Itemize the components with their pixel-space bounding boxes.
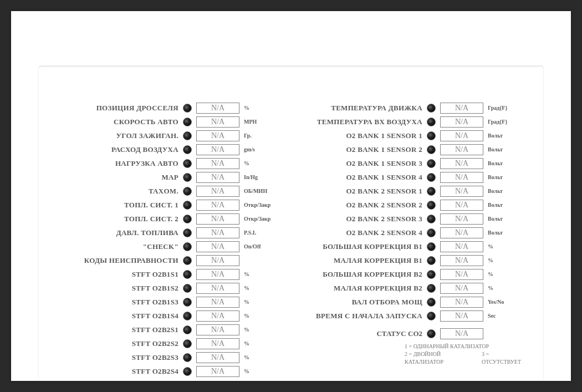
indicator-icon[interactable] xyxy=(183,353,192,362)
left-row: ТОПЛ. СИСТ. 2N/AОткр/Закр xyxy=(61,212,277,226)
right-row: O2 BANK 2 SENSOR 2N/AВольт xyxy=(305,198,521,212)
indicator-icon[interactable] xyxy=(183,228,192,237)
indicator-icon[interactable] xyxy=(183,118,192,126)
param-value: N/A xyxy=(196,241,239,252)
param-value: N/A xyxy=(440,130,483,141)
param-label: ВРЕМЯ С НАЧАЛА ЗАПУСКА xyxy=(305,312,422,320)
indicator-icon[interactable] xyxy=(183,270,192,279)
legend-item: 2 = ДВОЙНОЙ КАТАЛИЗАТОР xyxy=(405,350,465,366)
param-unit: Вольт xyxy=(488,174,521,180)
param-unit: Вольт xyxy=(488,230,521,236)
param-value: N/A xyxy=(196,255,239,266)
indicator-icon[interactable] xyxy=(183,145,192,154)
param-label: МАЛАЯ КОРРЕКЦИЯ B2 xyxy=(305,284,422,293)
param-value: N/A xyxy=(196,116,239,128)
left-row: ТОПЛ. СИСТ. 1N/AОткр/Закр xyxy=(61,198,277,212)
indicator-icon[interactable] xyxy=(183,159,192,168)
indicator-icon[interactable] xyxy=(427,270,436,279)
indicator-icon[interactable] xyxy=(427,298,436,307)
param-label: ТОПЛ. СИСТ. 1 xyxy=(61,201,178,210)
indicator-icon[interactable] xyxy=(183,201,192,210)
right-row: O2 BANK 1 SENSOR 2N/AВольт xyxy=(305,142,521,156)
indicator-icon[interactable] xyxy=(427,201,436,210)
param-value: N/A xyxy=(196,130,239,141)
param-value: N/A xyxy=(196,324,239,335)
indicator-icon[interactable] xyxy=(427,118,436,126)
param-value: N/A xyxy=(196,366,239,377)
param-value: N/A xyxy=(196,338,239,349)
param-unit: Вольт xyxy=(488,160,521,166)
param-unit: % xyxy=(244,327,277,333)
right-row: O2 BANK 2 SENSOR 4N/AВольт xyxy=(305,226,521,240)
co2-status-row: СТАТУС CO2N/A xyxy=(305,328,521,339)
param-label: TAXOM. xyxy=(61,187,178,196)
param-value: N/A xyxy=(440,297,483,308)
right-row: ВРЕМЯ С НАЧАЛА ЗАПУСКАN/ASec xyxy=(305,309,521,323)
indicator-icon[interactable] xyxy=(183,173,192,182)
param-unit: On/Off xyxy=(244,243,277,250)
param-value: N/A xyxy=(196,283,239,294)
param-value: N/A xyxy=(196,269,239,280)
indicator-icon[interactable] xyxy=(427,215,436,223)
indicator-icon[interactable] xyxy=(427,242,436,251)
indicator-icon[interactable] xyxy=(183,104,192,113)
param-label: БОЛЬШАЯ КОРРЕКЦИЯ B1 xyxy=(305,242,422,251)
param-unit: MPH xyxy=(244,119,277,125)
indicator-icon[interactable] xyxy=(183,256,192,265)
param-label: ДАВЛ. ТОПЛИВА xyxy=(61,228,178,237)
left-row: STFT O2B1S1N/A% xyxy=(61,267,277,281)
indicator-icon[interactable] xyxy=(427,256,436,265)
indicator-icon[interactable] xyxy=(183,284,192,293)
param-label: БОЛЬШАЯ КОРРЕКЦИЯ B2 xyxy=(305,270,422,279)
param-label: STFT O2B1S4 xyxy=(61,312,178,320)
param-label: ТОПЛ. СИСТ. 2 xyxy=(61,215,178,223)
indicator-icon[interactable] xyxy=(183,325,192,334)
indicator-icon[interactable] xyxy=(427,329,436,338)
param-value: N/A xyxy=(440,158,483,169)
indicator-icon[interactable] xyxy=(427,104,436,113)
indicator-icon[interactable] xyxy=(427,312,436,320)
indicator-icon[interactable] xyxy=(183,312,192,320)
indicator-icon[interactable] xyxy=(427,173,436,182)
param-label: ТЕМПЕРАТУРА BX ВОЗДУХА xyxy=(305,118,422,126)
param-unit: Вольт xyxy=(488,133,521,139)
param-unit: % xyxy=(244,313,277,319)
param-unit: In/Hg xyxy=(244,174,277,180)
left-row: STFT O2B2S3N/A% xyxy=(61,350,277,364)
right-row: O2 BANK 1 SENSOR 4N/AВольт xyxy=(305,170,521,184)
param-value: N/A xyxy=(196,352,239,363)
indicator-icon[interactable] xyxy=(427,159,436,168)
indicator-icon[interactable] xyxy=(183,298,192,307)
indicator-icon[interactable] xyxy=(427,145,436,154)
indicator-icon[interactable] xyxy=(183,367,192,376)
param-label: STFT O2B1S2 xyxy=(61,284,178,293)
left-row: СКОРОСТЬ АВТОN/AMPH xyxy=(61,115,277,129)
indicator-icon[interactable] xyxy=(183,187,192,196)
param-unit: Вольт xyxy=(488,202,521,208)
param-unit: % xyxy=(244,340,277,347)
indicator-icon[interactable] xyxy=(427,228,436,237)
indicator-icon[interactable] xyxy=(183,339,192,348)
param-unit: Откр/Закр xyxy=(244,216,277,222)
left-row: STFT O2B1S2N/A% xyxy=(61,281,277,295)
indicator-icon[interactable] xyxy=(183,215,192,223)
param-label: STFT O2B2S4 xyxy=(61,367,178,376)
right-row: ТЕМПЕРАТУРА ДВИЖКАN/AГрад{F} xyxy=(305,101,521,115)
param-label: УГОЛ ЗАЖИГАН. xyxy=(61,131,178,140)
co2-legend: 1 = ОДИНАРНЫЙ КАТАЛИЗАТОР2 = ДВОЙНОЙ КАТ… xyxy=(305,343,521,366)
indicator-icon[interactable] xyxy=(427,131,436,140)
param-label: O2 BANK 1 SENSOR 3 xyxy=(305,159,422,168)
indicator-icon[interactable] xyxy=(427,284,436,293)
indicator-icon[interactable] xyxy=(427,187,436,196)
co2-value: N/A xyxy=(440,328,483,339)
param-unit: Вольт xyxy=(488,188,521,194)
right-row: O2 BANK 1 SENSOR 1N/AВольт xyxy=(305,129,521,142)
param-label: ТЕМПЕРАТУРА ДВИЖКА xyxy=(305,104,422,113)
param-label: STFT O2B2S3 xyxy=(61,353,178,362)
right-row: O2 BANK 2 SENSOR 1N/AВольт xyxy=(305,184,521,198)
param-unit: Гр. xyxy=(244,133,277,139)
indicator-icon[interactable] xyxy=(183,131,192,140)
right-row: ВАЛ ОТБОРА МОЩN/AYes/No xyxy=(305,295,521,309)
param-label: O2 BANK 2 SENSOR 1 xyxy=(305,187,422,196)
indicator-icon[interactable] xyxy=(183,242,192,251)
